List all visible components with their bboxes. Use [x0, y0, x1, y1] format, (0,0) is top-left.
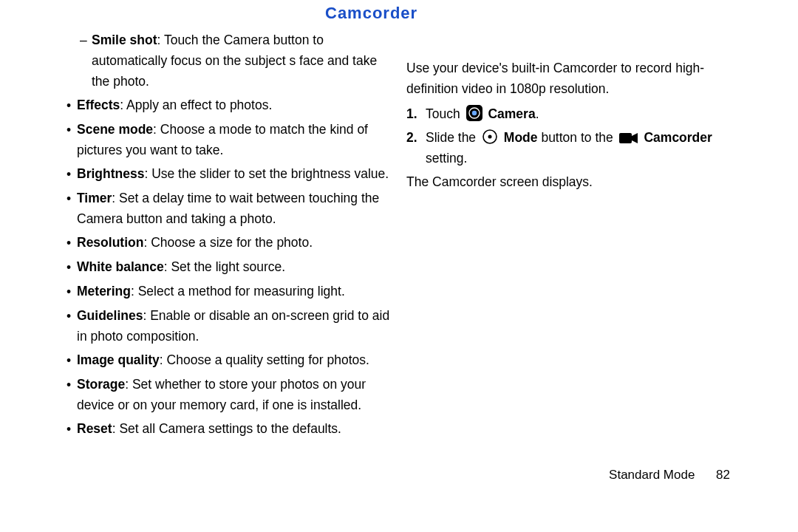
guidelines-text: Guidelines: Enable or disable an on-scre…: [77, 305, 392, 347]
step-1: 1. Touch Camera.: [406, 103, 739, 124]
footer-section: Standard Mode: [609, 468, 695, 482]
bullet-white-balance: • White balance: Set the light source.: [59, 256, 392, 278]
bullet-effects: • Effects: Apply an effect to photos.: [59, 95, 392, 116]
sub-item-smile-shot: – Smile shot: Touch the Camera button to…: [59, 30, 392, 92]
bullet-icon: •: [66, 95, 77, 116]
bullet-icon: •: [66, 232, 77, 253]
page-footer: Standard Mode 82: [609, 465, 730, 485]
bullet-resolution: • Resolution: Choose a size for the phot…: [59, 232, 392, 253]
smile-shot-text: Smile shot: Touch the Camera button to a…: [92, 30, 392, 92]
bullet-metering: • Metering: Select a method for measurin…: [59, 281, 392, 302]
camcorder-icon: [619, 132, 638, 145]
bullet-reset: • Reset: Set all Camera settings to the …: [59, 418, 392, 440]
storage-text: Storage: Set whether to store your photo…: [77, 374, 392, 415]
bullet-icon: •: [66, 374, 77, 395]
effects-text: Effects: Apply an effect to photos.: [77, 95, 272, 115]
bullet-icon: •: [66, 305, 77, 327]
left-column: – Smile shot: Touch the Camera button to…: [59, 30, 392, 443]
step-number-2: 2.: [406, 127, 426, 148]
bullet-image-quality: • Image quality: Choose a quality settin…: [59, 349, 392, 371]
resolution-text: Resolution: Choose a size for the photo.: [77, 232, 313, 253]
metering-text: Metering: Select a method for measuring …: [77, 281, 345, 301]
bullet-scene-mode: • Scene mode: Choose a mode to match the…: [59, 119, 392, 160]
svg-point-4: [488, 135, 491, 139]
step-2-text: Slide the Mode button to the Camcorder s…: [426, 127, 739, 168]
bullet-icon: •: [66, 163, 77, 185]
reset-text: Reset: Set all Camera settings to the de…: [77, 418, 341, 439]
bullet-icon: •: [66, 256, 77, 278]
camcorder-intro: Use your device's built-in Camcorder to …: [406, 58, 739, 99]
page-number: 82: [716, 468, 730, 482]
brightness-text: Brightness: Use the slider to set the br…: [77, 163, 389, 184]
timer-text: Timer: Set a delay time to wait between …: [77, 188, 392, 229]
bullet-storage: • Storage: Set whether to store your pho…: [59, 374, 392, 415]
svg-marker-6: [632, 133, 638, 143]
right-column: Use your device's built-in Camcorder to …: [406, 30, 739, 443]
camcorder-note: The Camcorder screen displays.: [406, 171, 739, 192]
bullet-icon: •: [66, 418, 77, 440]
step-1-text: Touch Camera.: [426, 103, 539, 124]
bullet-icon: •: [66, 281, 77, 302]
svg-point-2: [471, 111, 476, 115]
dash-icon: –: [80, 30, 92, 50]
step-2: 2. Slide the Mode button to the Camcorde…: [406, 127, 739, 168]
image-quality-text: Image quality: Choose a quality setting …: [77, 349, 369, 370]
mode-dial-icon: [482, 129, 498, 145]
scene-mode-text: Scene mode: Choose a mode to match the k…: [77, 119, 392, 160]
camera-app-icon: [466, 105, 482, 121]
bullet-timer: • Timer: Set a delay time to wait betwee…: [59, 188, 392, 229]
section-heading-camcorder: Camcorder: [325, 0, 417, 26]
bullet-icon: •: [66, 349, 77, 371]
step-number-1: 1.: [406, 103, 426, 124]
bullet-icon: •: [66, 188, 77, 209]
white-balance-text: White balance: Set the light source.: [77, 256, 285, 277]
svg-rect-5: [619, 133, 632, 143]
bullet-icon: •: [66, 119, 77, 140]
bullet-brightness: • Brightness: Use the slider to set the …: [59, 163, 392, 185]
bullet-guidelines: • Guidelines: Enable or disable an on-sc…: [59, 305, 392, 347]
